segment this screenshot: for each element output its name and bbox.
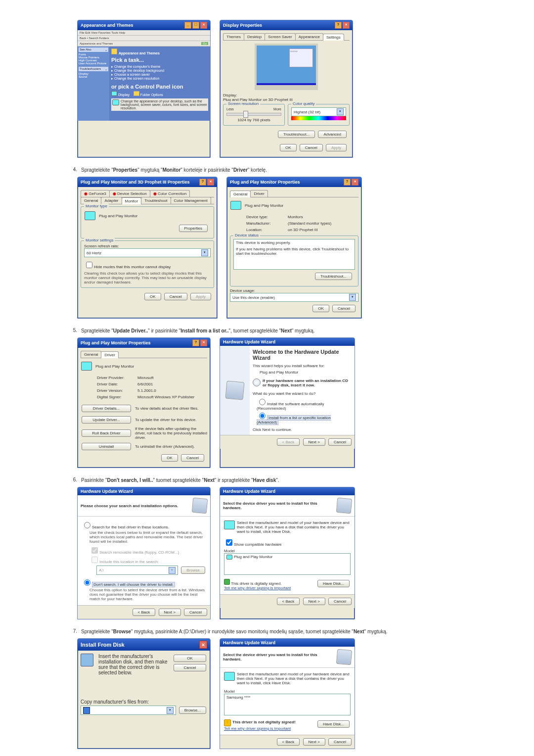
- ok-button[interactable]: OK: [312, 305, 329, 312]
- go-button[interactable]: Go: [201, 42, 208, 45]
- model-listbox[interactable]: Samsung ****: [224, 694, 351, 715]
- opt-dontsearch-radio[interactable]: [84, 579, 90, 586]
- rollback-driver-text: If the device fails after updating the d…: [135, 426, 207, 440]
- troubleshoot-button[interactable]: Troubleshoot...: [315, 273, 352, 280]
- close-icon[interactable]: ×: [200, 339, 207, 346]
- minimize-icon[interactable]: _: [184, 22, 191, 29]
- help-icon[interactable]: ?: [344, 179, 351, 186]
- close-icon[interactable]: ×: [352, 179, 358, 186]
- color-quality-select[interactable]: Highest (32 bit) ▾: [291, 107, 346, 116]
- uninstall-button[interactable]: Uninstall: [82, 443, 131, 450]
- tab-desktop[interactable]: Desktop: [244, 33, 265, 40]
- cancel-button[interactable]: Cancel: [164, 293, 187, 300]
- warning-icon: !: [224, 719, 231, 726]
- tab-general[interactable]: General: [81, 351, 101, 358]
- device-usage-select[interactable]: Use this device (enable) ▾: [230, 293, 358, 302]
- next-button[interactable]: Next >: [159, 609, 181, 616]
- ok-button[interactable]: OK: [161, 454, 178, 462]
- help-icon[interactable]: ?: [192, 339, 199, 346]
- have-disk-button[interactable]: Have Disk...: [317, 720, 350, 728]
- properties-button[interactable]: Properties: [179, 225, 208, 232]
- folder-icon: [134, 91, 139, 96]
- driver-details-button[interactable]: Driver Details...: [82, 405, 131, 412]
- tab-settings[interactable]: Settings: [323, 34, 344, 41]
- back-button[interactable]: < Back: [277, 738, 300, 746]
- close-icon[interactable]: ×: [200, 22, 207, 29]
- tab-gf3[interactable]: ◉ GeForce3: [81, 190, 110, 197]
- opt-search-radio[interactable]: [84, 522, 90, 528]
- cancel-button[interactable]: Cancel: [184, 609, 207, 616]
- tab-colorcorr[interactable]: ◉ Color Correction: [150, 190, 190, 197]
- next-button[interactable]: Next >: [303, 598, 325, 605]
- tab-adapter[interactable]: Adapter: [101, 197, 122, 204]
- troubleshoot-button[interactable]: Troubleshoot...: [278, 131, 315, 138]
- close-icon[interactable]: ×: [343, 22, 350, 29]
- device-name: Plug and Play Monitor: [95, 364, 134, 369]
- sidebar-header: See Also ⌄: [79, 47, 108, 52]
- path-select[interactable]: ▾: [81, 706, 176, 715]
- task-link[interactable]: ▸ Change the desktop background: [111, 69, 208, 73]
- rollback-driver-button[interactable]: Roll Back Driver: [82, 429, 131, 437]
- back-button[interactable]: < Back: [277, 598, 300, 605]
- help-icon[interactable]: ?: [335, 22, 342, 29]
- chevron-down-icon: ▾: [201, 249, 208, 256]
- help-icon[interactable]: ?: [199, 179, 206, 186]
- cp-icon-folder[interactable]: Folder Options: [134, 91, 163, 96]
- sidebar-item[interactable]: Sound: [79, 75, 108, 78]
- tab-screensaver[interactable]: Screen Saver: [265, 33, 295, 40]
- signing-link[interactable]: Tell me why driver signing is important: [224, 726, 296, 731]
- close-icon[interactable]: ×: [199, 641, 207, 649]
- path-select: A:\▾: [96, 566, 178, 575]
- ok-button[interactable]: OK: [144, 293, 161, 300]
- tab-colormgmt[interactable]: Color Management: [171, 197, 211, 204]
- tab-general[interactable]: General: [81, 197, 101, 204]
- cancel-button[interactable]: Cancel: [181, 454, 204, 462]
- signing-link[interactable]: Tell me why driver signing is important: [224, 586, 291, 590]
- tab-appearance[interactable]: Appearance: [295, 33, 323, 40]
- cancel-button[interactable]: Cancel: [328, 438, 352, 446]
- next-button[interactable]: Next >: [303, 738, 325, 746]
- task-link[interactable]: ▸ Change the computer's theme: [111, 65, 208, 69]
- cancel-button[interactable]: Cancel: [328, 738, 352, 746]
- sidebar-item[interactable]: User Account Picture: [79, 62, 108, 65]
- pick-task-heading: Pick a task...: [111, 57, 208, 63]
- refresh-rate-select[interactable]: 60 Hertz ▾: [84, 248, 211, 257]
- cd-icon: [253, 378, 261, 386]
- model-header: Model: [224, 689, 351, 694]
- browse-button[interactable]: Browse...: [179, 707, 206, 714]
- apply-button: Apply: [190, 293, 211, 300]
- resolution-slider[interactable]: [226, 113, 281, 116]
- cancel-button[interactable]: Cancel: [332, 305, 356, 312]
- tab-themes[interactable]: Themes: [223, 33, 244, 40]
- have-disk-button[interactable]: Have Disk...: [317, 580, 350, 587]
- tab-monitor[interactable]: Monitor: [122, 197, 142, 204]
- cancel-button[interactable]: Cancel: [328, 598, 352, 605]
- opt-list-radio[interactable]: [259, 413, 266, 419]
- back-button[interactable]: < Back: [133, 609, 156, 616]
- tab-driver[interactable]: Driver: [250, 190, 267, 197]
- maximize-icon[interactable]: □: [192, 22, 199, 29]
- install-from-disk-window: Install From Disk × Insert the manufactu…: [77, 638, 211, 749]
- step-number: 6.: [64, 477, 81, 482]
- hide-modes-checkbox[interactable]: [86, 262, 92, 268]
- cp-icon-display[interactable]: Display: [111, 91, 130, 96]
- tab-devsel[interactable]: ◉ Device Selection: [109, 190, 150, 197]
- opt-auto-radio[interactable]: [259, 399, 266, 405]
- close-icon[interactable]: ×: [207, 179, 214, 186]
- tab-general[interactable]: General: [230, 190, 251, 197]
- next-button[interactable]: Next >: [303, 438, 325, 446]
- compat-checkbox[interactable]: [226, 539, 232, 546]
- task-link[interactable]: ▸ Change the screen resolution: [111, 77, 208, 81]
- tab-troubleshoot[interactable]: Troubleshoot: [141, 197, 171, 204]
- update-driver-button[interactable]: Update Driver...: [82, 416, 131, 424]
- ok-button[interactable]: OK: [174, 655, 206, 662]
- model-listbox[interactable]: Plug and Play Monitor: [224, 553, 351, 575]
- tab-driver[interactable]: Driver: [101, 351, 118, 358]
- chevron-icon[interactable]: ⌄: [105, 67, 107, 71]
- task-link[interactable]: ▸ Choose a screen saver: [111, 73, 208, 77]
- advanced-button[interactable]: Advanced: [318, 131, 347, 138]
- chevron-icon[interactable]: ⌄: [105, 48, 107, 51]
- ok-button[interactable]: OK: [280, 144, 297, 151]
- cancel-button[interactable]: Cancel: [300, 144, 323, 151]
- cancel-button[interactable]: Cancel: [174, 664, 206, 671]
